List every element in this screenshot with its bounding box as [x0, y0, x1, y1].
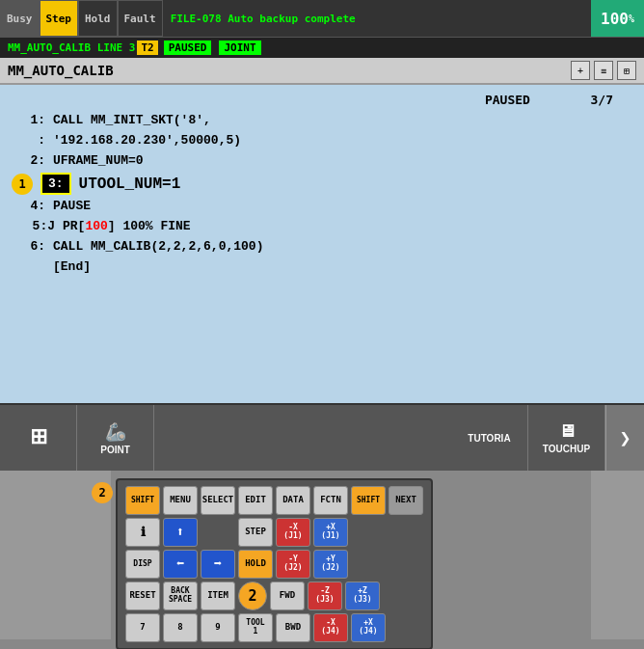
circle-1: 1	[12, 174, 33, 195]
pos-x-j4-btn[interactable]: +X(J4)	[351, 613, 386, 642]
status-bar: Busy Step Hold Fault FILE-078 Auto backu…	[0, 0, 644, 37]
tutoria-button[interactable]: TUTORIA	[451, 405, 528, 471]
pos-y-j2-btn[interactable]: +Y(J2)	[313, 550, 348, 579]
hold-btn[interactable]: HOLD	[238, 550, 273, 579]
point-btn-icon: 🦾	[105, 421, 126, 443]
left-arrow-btn[interactable]: ⬅	[163, 550, 198, 579]
hold-indicator: Hold	[78, 0, 118, 37]
paused-status: PAUSED 3/7	[12, 93, 632, 107]
toolbar-spacer	[154, 405, 451, 471]
busy-indicator: Busy	[0, 0, 40, 37]
up-arrow-btn[interactable]: ⬆	[163, 518, 198, 547]
prog-title: MM_AUTO_CALIB	[8, 63, 114, 78]
status-bar2: MM_AUTO_CALIB LINE 3 T2 PAUSED JOINT	[0, 37, 644, 58]
step-indicator: Step	[40, 0, 79, 37]
code-line-end: [End]	[12, 257, 632, 278]
grid-button[interactable]: ⊞	[0, 405, 77, 471]
pos-z-j3-btn[interactable]: +Z(J3)	[345, 581, 380, 610]
prog-header: MM_AUTO_CALIB + ≡ ⊞	[0, 58, 644, 85]
file-info: FILE-078 Auto backup complete	[163, 0, 591, 37]
keyboard-panel: SHIFT MENU SELECT EDIT DATA FCTN SHIFT N…	[116, 478, 433, 649]
grid-btn-icon: ⊞	[30, 424, 47, 449]
touchup-label: TOUCHUP	[543, 444, 590, 454]
step-indicator-circle: 1	[12, 174, 35, 195]
neg-x-j1-btn[interactable]: -X(J1)	[276, 518, 310, 547]
bottom-toolbar: ⊞ 🦾 POINT TUTORIA 🖥 TOUCHUP ❯	[0, 403, 644, 471]
circle-2: 2	[92, 482, 113, 503]
disp-btn[interactable]: DISP	[125, 550, 160, 579]
fwd-btn[interactable]: FWD	[270, 581, 305, 610]
shift-btn-left[interactable]: SHIFT	[125, 486, 160, 515]
neg-z-j3-btn[interactable]: -Z(J3)	[308, 581, 342, 610]
next-arrow[interactable]: ❯	[605, 405, 644, 471]
kb-row-1: SHIFT MENU SELECT EDIT DATA FCTN SHIFT N…	[125, 486, 423, 515]
tool1-btn[interactable]: TOOL1	[238, 613, 273, 642]
kb-row-3: DISP ⬅ ➡ HOLD -Y(J2) +Y(J2)	[125, 550, 423, 579]
point-button[interactable]: 🦾 POINT	[77, 405, 154, 471]
code-area: PAUSED 3/7 1: CALL MM_INIT_SKT('8', : '1…	[0, 85, 644, 403]
tutoria-label: TUTORIA	[468, 433, 510, 444]
side-gray-right	[591, 471, 644, 639]
right-arrow-btn[interactable]: ➡	[201, 550, 235, 579]
info-btn[interactable]: ℹ	[125, 518, 160, 547]
point-label: POINT	[100, 445, 130, 455]
percent-display: 100%	[591, 0, 644, 37]
neg-y-j2-btn[interactable]: -Y(J2)	[276, 550, 310, 579]
t2-badge: T2	[137, 41, 157, 55]
neg-x-j4-btn[interactable]: -X(J4)	[313, 613, 348, 642]
line-3-content: UTOOL_NUM=1	[79, 176, 181, 193]
grid-icon[interactable]: ⊞	[617, 61, 636, 80]
code-line-6: 6: CALL MM_CALIB(2,2,2,6,0,100)	[12, 237, 632, 257]
zoom-icon[interactable]: +	[571, 61, 590, 80]
code-line-1b: : '192.168.20.230',50000,5)	[12, 131, 632, 151]
shift-btn-right[interactable]: SHIFT	[351, 486, 386, 515]
active-line-3: 1 3: UTOOL_NUM=1	[12, 173, 632, 195]
kb-row-2: ℹ ⬆ STEP -X(J1) +X(J1)	[125, 518, 423, 547]
edit-btn[interactable]: EDIT	[238, 486, 273, 515]
item-btn[interactable]: ITEM	[201, 581, 235, 610]
num-2-btn[interactable]: 2	[238, 581, 267, 610]
step-btn[interactable]: STEP	[238, 518, 273, 547]
data-btn[interactable]: DATA	[276, 486, 310, 515]
header-icons: + ≡ ⊞	[571, 61, 636, 80]
joint-badge: JOINT	[219, 41, 260, 55]
num-8-btn[interactable]: 8	[163, 613, 198, 642]
next-btn[interactable]: NEXT	[389, 486, 423, 515]
kb-row-4: RESET BACKSPACE ITEM 2 FWD -Z(J3) +Z(J3)	[125, 581, 423, 610]
fctn-btn[interactable]: FCTN	[313, 486, 348, 515]
code-line-5: 5:J PR[100] 100% FINE	[12, 217, 632, 237]
touchup-btn-icon: 🖥	[558, 421, 576, 442]
kb-row-5: 7 8 9 TOOL1 BWD -X(J4) +X(J4)	[125, 613, 423, 642]
backspace-btn[interactable]: BACKSPACE	[163, 581, 198, 610]
code-line-4: 4: PAUSE	[12, 197, 632, 217]
menu-icon[interactable]: ≡	[594, 61, 613, 80]
keyboard-area: 2 OFFON SHIFT MENU SELECT EDIT DATA FCTN…	[0, 471, 644, 639]
select-btn[interactable]: SELECT	[201, 486, 235, 515]
num-9-btn[interactable]: 9	[201, 613, 235, 642]
program-name: MM_AUTO_CALIB LINE 3	[8, 41, 135, 54]
active-line-box: 3:	[40, 173, 71, 195]
num-7-btn[interactable]: 7	[125, 613, 160, 642]
fault-indicator: Fault	[118, 0, 163, 37]
code-line-1: 1: CALL MM_INIT_SKT('8',	[12, 111, 632, 131]
code-line-2: 2: UFRAME_NUM=0	[12, 151, 632, 172]
reset-btn[interactable]: RESET	[125, 581, 160, 610]
bwd-btn[interactable]: BWD	[276, 613, 310, 642]
menu-btn[interactable]: MENU	[163, 486, 198, 515]
pos-x-j1-btn[interactable]: +X(J1)	[313, 518, 348, 547]
placeholder1	[201, 518, 235, 547]
touchup-button[interactable]: 🖥 TOUCHUP	[528, 405, 605, 471]
paused-badge: PAUSED	[164, 41, 212, 55]
